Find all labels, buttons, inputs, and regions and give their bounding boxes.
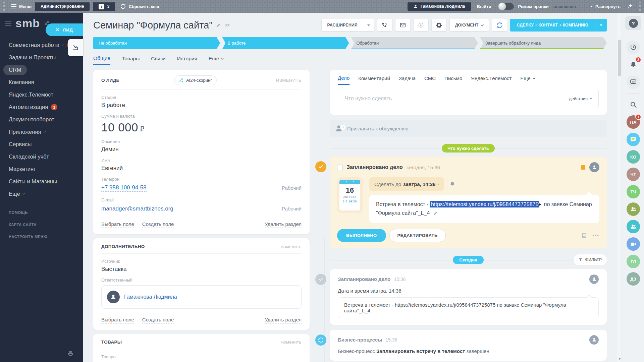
chat-head-user[interactable]: НА 1 [627,115,640,129]
stage-processed[interactable]: Обработан [351,37,478,49]
settings-button[interactable] [431,19,447,32]
due-date-dropdown[interactable]: Сделать до завтра, 14:36 [369,177,444,191]
edit-section-button[interactable]: изменить [281,340,302,345]
more-menu-icon[interactable]: ••• [592,233,599,238]
copy-link-icon[interactable] [224,22,230,28]
messenger-button[interactable] [627,75,640,89]
search-button[interactable] [627,98,640,111]
sidebar-item-company[interactable]: Компания [0,76,83,88]
notifications-button[interactable]: 3 [627,58,640,71]
remove-section-link[interactable]: Удалить раздел [265,317,302,323]
tab-general[interactable]: Общие [93,55,110,65]
sidebar-item-telemost[interactable]: Яндекс.Телемост [0,88,83,101]
sidebar-item-marketing[interactable]: Маркетинг [0,163,83,175]
activity-checkbox[interactable] [337,165,343,170]
composer-tab-activity[interactable]: Дело [338,75,350,85]
chat-head-user[interactable]: ДЗ [627,272,640,286]
filter-button[interactable]: ФИЛЬТР [574,254,607,265]
composer-tab-comment[interactable]: Комментарий [358,75,390,84]
stage-in-progress[interactable]: В работе [222,37,349,49]
phone-link[interactable]: +7 958 100-94-58 [101,184,147,192]
select-field-link[interactable]: Выбрать поле [101,221,134,228]
tab-products[interactable]: Товары [122,56,140,65]
scrollbar-down-arrow[interactable]: ▼ [618,357,621,361]
close-icon[interactable]: × [56,26,59,33]
sidebar-item-automation[interactable]: Автоматизация 1 [0,101,83,113]
email-link[interactable]: manadger@smartbiznes.org [101,205,173,212]
complete-button[interactable]: ВЫПОЛНЕНО [337,229,386,242]
email-button[interactable] [395,19,411,32]
logout-button[interactable]: Выйти [477,4,491,9]
sidebar-item-docflow[interactable]: Документооборот [0,113,83,126]
create-field-link[interactable]: Создать поле [142,317,174,323]
sidebar-item-apps[interactable]: Приложения [0,126,83,138]
reminder-bell-icon[interactable] [449,181,455,187]
sidebar-item-crm[interactable]: CRM [0,64,83,76]
create-deal-contact-company-button[interactable]: СДЕЛКУ + КОНТАКТ + КОМПАНИЮ [510,19,607,32]
stage-finish-processing[interactable]: Завершить обработку лида [480,37,607,49]
telemost-link-selected[interactable]: https://telemost.yandex.ru/j/09584473725… [430,201,539,207]
note-icon[interactable] [581,233,587,238]
actions-dropdown[interactable]: действия [569,96,592,101]
create-dropdown[interactable] [595,19,607,32]
sidebar-hamburger-icon[interactable] [5,23,11,23]
tab-more[interactable]: Еще [209,56,224,65]
administration-button[interactable]: Администрирование [35,2,90,11]
edit-activity-button[interactable]: РЕДАКТИРОВАТЬ [389,229,446,242]
ai-scoring-button[interactable]: AI24-скоринг [174,75,217,85]
calendar-chip[interactable]: 16 АВГУСТА ПТ 14:36 [337,177,363,213]
extensions-dropdown[interactable] [363,19,374,31]
document-button[interactable]: ДОКУМЕНТ [449,19,489,32]
chat-head-user[interactable]: КО [627,150,640,164]
chat-head-user[interactable]: ЧТ [627,168,640,181]
menu-button[interactable]: Меню [11,4,32,9]
business-process-name[interactable]: Запланировать встречу в телемост [376,348,465,354]
sidebar-configure-menu-link[interactable]: НАСТРОИТЬ МЕНЮ [0,231,83,243]
select-field-link[interactable]: Выбрать поле [101,317,134,323]
invite-to-discussion[interactable]: + Пригласить к обсуждению [330,120,607,137]
call-button[interactable] [377,19,392,32]
chat-head-user[interactable]: ТЧ [627,185,640,198]
info-counter-button[interactable]: i 3 [93,2,115,11]
print-button[interactable] [67,351,74,357]
entry-message-bubble[interactable]: Встреча в телемост - https://telemost.ya… [338,297,599,318]
current-user-button[interactable]: Гамаюнова Людмила [408,2,471,11]
chat-head-user[interactable]: ГЛ [627,255,640,268]
chat-head-group[interactable] [627,202,640,216]
composer-tab-task[interactable]: Задача [399,75,416,84]
sidebar-item-services[interactable]: Сервисы [0,138,83,150]
help-button[interactable]: ? [625,16,641,30]
tab-history[interactable]: История [177,56,197,65]
chat-head-group[interactable] [627,220,640,233]
create-field-link[interactable]: Создать поле [142,221,174,228]
sidebar-item-inventory[interactable]: Складской учёт [0,150,83,163]
responsible-user[interactable]: Гамаюнова Людмила [101,285,302,309]
remove-section-link[interactable]: Удалить раздел [265,221,302,228]
todo-input-box[interactable]: действия [338,89,599,108]
scrollbar-thumb[interactable] [618,40,621,76]
edit-section-button[interactable]: ИЗМЕНИТЬ [276,78,302,83]
extensions-button[interactable]: РАСШИРЕНИЯ [321,19,374,32]
sidebar-item-more[interactable]: Ещё [0,188,83,200]
stage-not-processed[interactable]: Не обработан [93,37,220,49]
composer-tab-letter[interactable]: Письмо [444,75,462,84]
reset-cache-button[interactable]: Сбросить кеш [120,4,159,9]
edit-mode-toggle[interactable] [498,3,514,10]
vertical-scrollbar[interactable]: ▼ [617,13,622,362]
sync-button[interactable] [492,19,507,32]
edit-message-pencil-icon[interactable] [433,211,438,216]
composer-tab-sms[interactable]: СМС [424,75,436,84]
app-logo[interactable]: smb [15,17,40,29]
edit-title-pencil-icon[interactable] [216,23,221,28]
activity-check-icon[interactable] [315,161,326,172]
tab-relations[interactable]: Связи [151,56,165,65]
activity-message-bubble[interactable]: Встреча в телемост - https://telemost.ya… [369,195,599,223]
todo-input[interactable] [345,96,569,102]
pin-button[interactable] [627,4,633,9]
chat-head-channel[interactable] [627,133,640,146]
composer-tab-more[interactable]: Еще [520,75,535,84]
sidebar-sitemap-link[interactable]: КАРТА САЙТА [0,219,83,231]
chat-head-video[interactable] [627,237,640,251]
sidebar-collapse-button[interactable] [68,39,83,56]
composer-tab-telemost[interactable]: Яндекс.Телемост [471,75,512,84]
